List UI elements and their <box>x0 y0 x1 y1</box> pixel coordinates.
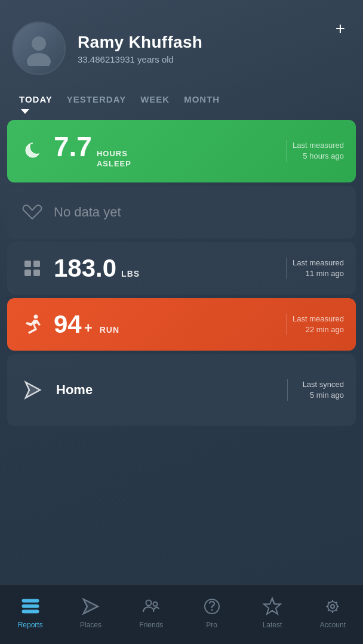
nav-friends[interactable]: Friends <box>121 596 182 629</box>
weight-icon <box>19 255 45 281</box>
user-info: Ramy Khuffash 33.486213931 years old <box>78 33 351 64</box>
pro-icon <box>201 596 223 617</box>
run-icon <box>19 311 45 338</box>
tab-week[interactable]: WEEK <box>133 91 177 108</box>
account-label: Account <box>320 621 346 629</box>
add-button[interactable]: + <box>330 18 351 39</box>
location-icon <box>19 377 45 403</box>
svg-rect-5 <box>33 270 40 276</box>
heart-card[interactable]: No data yet <box>7 186 356 239</box>
avatar <box>12 21 66 75</box>
nav-reports[interactable]: Reports <box>0 596 60 629</box>
nav-places[interactable]: Places <box>60 596 121 629</box>
run-value: 94 <box>54 312 82 337</box>
svg-point-0 <box>32 36 46 51</box>
location-card[interactable]: Home Last synced 5 min ago <box>7 354 356 426</box>
latest-label: Latest <box>263 621 282 629</box>
nav-account[interactable]: Account <box>303 596 363 629</box>
account-icon <box>322 596 343 617</box>
svg-point-15 <box>331 605 334 608</box>
svg-rect-4 <box>24 270 31 276</box>
tab-indicator <box>0 109 363 114</box>
latest-icon <box>262 596 283 617</box>
sleep-value: 7.7 <box>54 133 92 160</box>
sleep-status: Last measured 5 hours ago <box>286 140 344 162</box>
user-age: 33.486213931 years old <box>78 54 351 64</box>
svg-rect-9 <box>22 610 39 613</box>
svg-point-10 <box>146 600 152 605</box>
sleep-main: 7.7 HOURS ASLEEP <box>54 133 286 169</box>
weight-status: Last measured 11 min ago <box>286 258 344 279</box>
tab-month[interactable]: MONTH <box>177 91 227 108</box>
nav-latest[interactable]: Latest <box>242 596 302 629</box>
svg-line-20 <box>328 602 329 603</box>
svg-line-22 <box>336 602 337 603</box>
svg-rect-3 <box>33 261 40 267</box>
svg-point-6 <box>34 314 38 318</box>
run-main: 94 + RUN <box>54 312 286 337</box>
svg-point-14 <box>328 602 337 611</box>
heart-main: No data yet <box>54 205 344 220</box>
reports-icon <box>20 596 41 617</box>
places-icon <box>80 596 101 617</box>
sleep-card[interactable]: 7.7 HOURS ASLEEP Last measured 5 hours a… <box>7 120 356 182</box>
places-label: Places <box>80 621 101 629</box>
no-data-label: No data yet <box>54 205 121 220</box>
run-unit: RUN <box>100 325 119 335</box>
run-card[interactable]: 94 + RUN Last measured 22 min ago <box>7 298 356 351</box>
tab-today[interactable]: TODAY <box>12 91 60 108</box>
tabs: TODAY YESTERDAY WEEK MONTH <box>0 91 363 108</box>
svg-line-21 <box>336 609 337 611</box>
sleep-unit: HOURS ASLEEP <box>97 149 131 169</box>
friends-icon <box>140 596 162 617</box>
weight-value: 183.0 <box>54 256 116 281</box>
moon-icon <box>19 138 45 164</box>
run-plus: + <box>84 320 93 336</box>
user-name: Ramy Khuffash <box>78 33 351 52</box>
weight-unit: LBS <box>121 269 140 278</box>
svg-line-23 <box>328 609 329 611</box>
svg-rect-7 <box>22 599 39 602</box>
svg-point-11 <box>153 602 158 606</box>
nav-pro[interactable]: Pro <box>182 596 242 629</box>
svg-rect-2 <box>24 261 31 267</box>
bottom-nav: Reports Places Friends <box>0 584 363 644</box>
reports-label: Reports <box>18 621 43 629</box>
svg-point-13 <box>211 609 213 611</box>
weight-main: 183.0 LBS <box>54 256 286 281</box>
svg-point-1 <box>27 53 51 66</box>
weight-card[interactable]: 183.0 LBS Last measured 11 min ago <box>7 242 356 295</box>
location-title: Home <box>56 382 287 398</box>
header: Ramy Khuffash 33.486213931 years old + <box>0 0 363 85</box>
friends-label: Friends <box>139 621 163 629</box>
tab-yesterday[interactable]: YESTERDAY <box>60 91 133 108</box>
tab-arrow-icon <box>21 109 29 114</box>
pro-label: Pro <box>206 621 217 629</box>
location-status: Last synced 5 min ago <box>287 379 344 401</box>
run-status: Last measured 22 min ago <box>286 314 344 335</box>
cards-list: 7.7 HOURS ASLEEP Last measured 5 hours a… <box>0 120 363 584</box>
svg-rect-8 <box>22 605 39 608</box>
heart-icon <box>19 199 45 225</box>
